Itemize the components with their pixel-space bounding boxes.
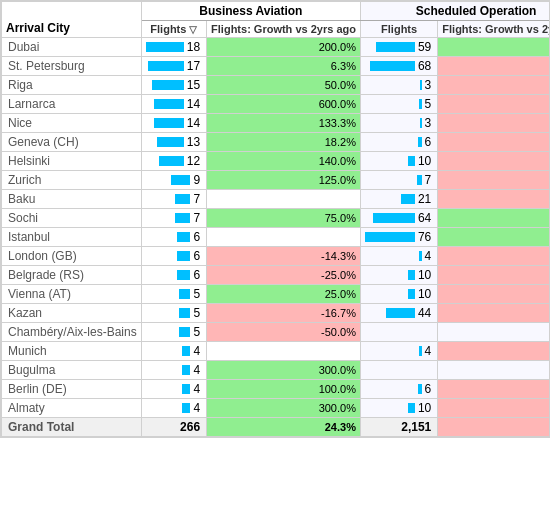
biz-growth-header: Flights: Growth vs 2yrs ago [207,21,361,38]
sch-flights-value: 6 [425,135,432,149]
sch-bar [386,308,415,318]
city-cell: Vienna (AT) [2,285,142,304]
city-cell: Nice [2,114,142,133]
data-table: Arrival City Business Aviation Scheduled… [1,1,550,437]
table-row: Helsinki 12 140.0% 10 -69.7% [2,152,551,171]
sch-flights-value: 5 [425,97,432,111]
biz-flights-value: 4 [193,401,200,415]
header-row-sections: Arrival City Business Aviation Scheduled… [2,2,551,21]
biz-bar [148,61,184,71]
biz-flights-cell: 4 [141,380,206,399]
biz-flights-header[interactable]: Flights ▽ [141,21,206,38]
biz-flights-cell: 5 [141,285,206,304]
table-row: Belgrade (RS) 6 -25.0% 10 -50.0% [2,266,551,285]
sch-flights-value: 4 [425,344,432,358]
biz-flights-value: 14 [187,97,200,111]
biz-growth-cell [207,342,361,361]
sch-flights-cell: 10 [360,285,437,304]
sch-growth-cell: -73.7% [438,95,550,114]
biz-flights-value: 12 [187,154,200,168]
table-row: Berlin (DE) 4 100.0% 6 -83.8% [2,380,551,399]
sch-flights-value: 7 [425,173,432,187]
sch-bar [418,137,422,147]
sch-growth-cell: -30.3% [438,57,550,76]
sch-flights-cell: 5 [360,95,437,114]
biz-growth-cell: -50.0% [207,323,361,342]
sch-flights-value: 10 [418,268,431,282]
city-cell: St. Petersburg [2,57,142,76]
sch-flights-cell: 59 [360,38,437,57]
table-row: Bugulma 4 300.0% [2,361,551,380]
sch-flights-cell: 4 [360,342,437,361]
sch-bar [418,384,422,394]
sch-bar [419,251,422,261]
biz-bar [182,365,190,375]
biz-flights-cell: 4 [141,342,206,361]
table-row: Nice 14 133.3% 3 -62.5% [2,114,551,133]
sch-bar [401,194,415,204]
biz-flights-cell: 15 [141,76,206,95]
biz-flights-value: 5 [193,325,200,339]
sch-flights-cell: 4 [360,247,437,266]
table-row: Sochi 7 75.0% 64 2.5% [2,209,551,228]
scheduled-operation-header: Scheduled Operation [360,2,550,21]
sch-growth-cell: -83.8% [438,380,550,399]
sch-flights-value: 3 [425,78,432,92]
sch-flights-cell: 64 [360,209,437,228]
sch-growth-cell: -90.9% [438,247,550,266]
sch-growth-cell: -89.5% [438,342,550,361]
city-cell: Baku [2,190,142,209]
sch-bar [373,213,415,223]
biz-growth-cell: 6.3% [207,57,361,76]
sch-growth-cell: -60.0% [438,133,550,152]
biz-flights-value: 17 [187,59,200,73]
biz-flights-value: 4 [193,382,200,396]
biz-flights-cell: 5 [141,323,206,342]
sch-growth-cell: -34.4% [438,190,550,209]
biz-flights-cell: 13 [141,133,206,152]
biz-flights-value: 18 [187,40,200,54]
grand-total-sch-growth: -42.1% [438,418,550,437]
city-cell: Geneva (CH) [2,133,142,152]
biz-growth-cell: 125.0% [207,171,361,190]
biz-flights-value: 15 [187,78,200,92]
sch-growth-cell [438,323,550,342]
biz-growth-cell: 50.0% [207,76,361,95]
sch-flights-cell [360,361,437,380]
biz-flights-value: 6 [193,268,200,282]
biz-bar [182,346,190,356]
table-row: Kazan 5 -16.7% 44 -39.7% [2,304,551,323]
biz-flights-cell: 9 [141,171,206,190]
biz-growth-cell: 600.0% [207,95,361,114]
grand-total-biz-flights: 266 [141,418,206,437]
sch-bar [420,118,422,128]
biz-flights-cell: 6 [141,247,206,266]
sch-flights-value: 76 [418,230,431,244]
biz-flights-cell: 12 [141,152,206,171]
biz-flights-cell: 17 [141,57,206,76]
sch-bar [408,289,415,299]
grand-total-row: Grand Total26624.3%2,151-42.1% [2,418,551,437]
biz-growth-cell: 200.0% [207,38,361,57]
sch-growth-cell: -50.0% [438,266,550,285]
sch-growth-cell: -62.5% [438,114,550,133]
biz-flights-value: 9 [193,173,200,187]
table-row: Riga 15 50.0% 3 -93.9% [2,76,551,95]
biz-flights-cell: 7 [141,190,206,209]
table-row: London (GB) 6 -14.3% 4 -90.9% [2,247,551,266]
table-row: Zurich 9 125.0% 7 -63.2% [2,171,551,190]
city-cell: Sochi [2,209,142,228]
table-row: Munich 4 4 -89.5% [2,342,551,361]
sch-bar [365,232,415,242]
city-cell: London (GB) [2,247,142,266]
biz-bar [175,194,190,204]
biz-bar [177,232,190,242]
sch-flights-cell: 6 [360,380,437,399]
biz-bar [159,156,184,166]
sch-bar [376,42,415,52]
sch-growth-cell: -93.9% [438,76,550,95]
sch-flights-value: 10 [418,154,431,168]
sch-flights-cell: 3 [360,114,437,133]
sch-flights-header: Flights [360,21,437,38]
biz-flights-value: 7 [193,192,200,206]
